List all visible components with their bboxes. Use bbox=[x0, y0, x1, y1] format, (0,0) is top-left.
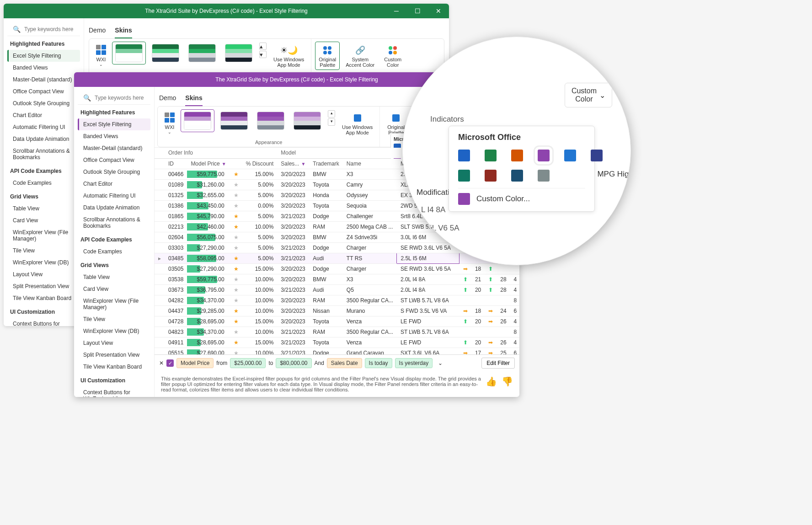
sidebar-item[interactable]: Chart Editor bbox=[7, 109, 80, 121]
custom-color-dropdown[interactable]: Custom Color ⌄ bbox=[565, 83, 612, 107]
clear-filter-button[interactable]: ✕ bbox=[159, 360, 164, 366]
sidebar-item[interactable]: Outlook Style Grouping bbox=[7, 97, 80, 109]
palette-swatch[interactable] bbox=[485, 170, 497, 182]
sidebar-item[interactable]: Table View bbox=[78, 271, 150, 283]
sidebar-item[interactable]: Tile View Kanban Board bbox=[7, 292, 80, 304]
search-input[interactable] bbox=[95, 95, 155, 101]
sidebar-item[interactable]: WinExplorer View (File Manager) bbox=[7, 226, 80, 245]
col-group-model[interactable]: Model bbox=[277, 148, 397, 158]
minimize-button[interactable]: ─ bbox=[386, 4, 407, 18]
sidebar-item[interactable]: WinExplorer View (DB) bbox=[78, 325, 150, 337]
theme-more-up[interactable]: ▴ bbox=[328, 110, 335, 118]
theme-swatch-1[interactable] bbox=[181, 109, 214, 132]
table-row[interactable]: 04911$28,695.00★15.00%3/21/2023ToyotaVen… bbox=[155, 337, 519, 348]
wxi-skin-button[interactable]: WXI⌄ bbox=[93, 42, 109, 70]
sidebar-item[interactable]: Card View bbox=[78, 283, 150, 295]
filter-icon[interactable]: ▼ bbox=[222, 161, 226, 166]
sidebar-item[interactable]: Scrollbar Annotations & Bookmarks bbox=[7, 145, 80, 163]
table-row[interactable]: 03673$36,795.00★10.00%3/21/2023AudiQ52.0… bbox=[155, 284, 519, 295]
windows-app-mode-button[interactable]: ☀🌙 Use Windows App Mode bbox=[270, 42, 307, 70]
tab-demo[interactable]: Demo bbox=[89, 22, 106, 38]
titlebar[interactable]: The XtraGrid Suite by DevExpress (C# cod… bbox=[4, 4, 449, 18]
custom-color-row[interactable]: Custom Color... bbox=[458, 188, 585, 205]
sidebar-item[interactable]: Split Presentation View bbox=[78, 349, 150, 361]
theme-swatch-2[interactable] bbox=[217, 109, 251, 132]
table-row[interactable]: 04823$34,370.00★10.00%3/21/2023RAM3500 R… bbox=[155, 327, 519, 337]
filter-value-2[interactable]: $80,000.00 bbox=[276, 358, 311, 368]
filter-today[interactable]: Is today bbox=[365, 358, 392, 368]
sidebar-item[interactable]: Code Examples bbox=[7, 177, 80, 189]
col-name[interactable]: Name bbox=[343, 158, 397, 169]
sidebar-item[interactable]: Card View bbox=[7, 214, 80, 226]
sidebar-item[interactable]: Data Update Animation bbox=[78, 202, 150, 214]
sidebar-item[interactable]: Tile View Kanban Board bbox=[78, 361, 150, 373]
sidebar-item[interactable]: Excel Style Filtering bbox=[7, 50, 80, 62]
sidebar-item[interactable]: Banded Views bbox=[7, 62, 80, 74]
col-price[interactable]: Model Price▼ bbox=[187, 158, 230, 169]
table-row[interactable]: 03505$27,290.00★15.00%3/20/2023DodgeChar… bbox=[155, 263, 519, 274]
sidebar-item[interactable]: Layout View bbox=[7, 268, 80, 280]
sidebar-item[interactable]: Tile View bbox=[78, 313, 150, 325]
windows-app-mode-button[interactable]: Use Windows App Mode bbox=[339, 109, 376, 138]
filter-enabled-checkbox[interactable]: ✓ bbox=[166, 359, 174, 367]
filter-field-1[interactable]: Model Price bbox=[176, 358, 214, 368]
sidebar-item[interactable]: Office Compact View bbox=[7, 86, 80, 97]
palette-swatch[interactable] bbox=[458, 170, 470, 182]
sidebar-item[interactable]: Tile View bbox=[7, 245, 80, 257]
sidebar-item[interactable]: Outlook Style Grouping bbox=[78, 166, 150, 178]
theme-more-up[interactable]: ▴ bbox=[259, 43, 267, 50]
col-sales[interactable]: Sales...▼ bbox=[277, 158, 309, 169]
sidebar-item[interactable]: Office Compact View bbox=[78, 154, 150, 166]
sidebar-item[interactable]: WinExplorer View (File Manager) bbox=[78, 295, 150, 313]
col-group-order[interactable]: Order Info bbox=[165, 148, 277, 158]
table-row[interactable]: ▸03485$58,095.00★5.00%3/21/2023AudiTT RS… bbox=[155, 253, 519, 263]
sidebar-item[interactable]: Master-Detail (standard) bbox=[7, 74, 80, 86]
tab-demo[interactable]: Demo bbox=[159, 90, 176, 106]
sidebar-item[interactable]: Automatic Filtering UI bbox=[7, 121, 80, 133]
edit-filter-button[interactable]: Edit Filter bbox=[481, 358, 515, 369]
sidebar-item[interactable]: Table View bbox=[7, 203, 80, 214]
palette-swatch[interactable] bbox=[564, 150, 576, 161]
theme-swatch-2[interactable] bbox=[149, 42, 182, 64]
filter-value-1[interactable]: $25,000.00 bbox=[230, 358, 266, 368]
tab-skins[interactable]: Skins bbox=[115, 22, 132, 38]
filter-expand-icon[interactable]: ⌄ bbox=[435, 360, 445, 366]
col-id[interactable]: ID bbox=[165, 158, 187, 169]
table-row[interactable]: 03538$59,775.00★10.00%3/20/2023BMWX32.0L… bbox=[155, 274, 519, 284]
sidebar-item[interactable]: Split Presentation View bbox=[7, 280, 80, 292]
filter-yesterday[interactable]: Is yesterday bbox=[395, 358, 433, 368]
palette-swatch[interactable] bbox=[538, 170, 550, 182]
sidebar-item[interactable]: Excel Style Filtering bbox=[78, 118, 150, 130]
sidebar-item[interactable]: WinExplorer View (DB) bbox=[7, 257, 80, 268]
sidebar-item[interactable]: Banded Views bbox=[78, 130, 150, 142]
table-row[interactable]: 04437$29,285.00★10.00%3/20/2023NissanMur… bbox=[155, 305, 519, 316]
maximize-button[interactable]: ☐ bbox=[407, 4, 428, 18]
sidebar-item[interactable]: Scrollbar Annotations & Bookmarks bbox=[78, 214, 150, 232]
col-discount[interactable]: % Discount bbox=[242, 158, 278, 169]
theme-swatch-3[interactable] bbox=[254, 109, 288, 132]
theme-swatch-4[interactable] bbox=[290, 109, 324, 132]
theme-swatch-1[interactable] bbox=[112, 42, 146, 64]
sidebar-item[interactable]: Master-Detail (standard) bbox=[78, 142, 150, 154]
palette-swatch[interactable] bbox=[485, 150, 497, 161]
table-row[interactable]: 04728$28,695.00★15.00%3/20/2023ToyotaVen… bbox=[155, 316, 519, 327]
palette-swatch[interactable] bbox=[458, 150, 470, 161]
palette-swatch[interactable] bbox=[511, 170, 523, 182]
sidebar-item[interactable]: Automatic Filtering UI bbox=[78, 190, 150, 202]
theme-more-down[interactable]: ▾ bbox=[259, 51, 267, 58]
close-button[interactable]: ✕ bbox=[428, 4, 449, 18]
sidebar-item[interactable]: Context Buttons for WinExplorerView bbox=[7, 318, 80, 326]
filter-icon[interactable]: ▼ bbox=[301, 161, 305, 166]
system-accent-button[interactable]: 🔗System Accent Color bbox=[342, 42, 378, 70]
thumbs-down-icon[interactable]: 👎 bbox=[502, 376, 513, 387]
filter-field-2[interactable]: Sales Date bbox=[327, 358, 362, 368]
palette-swatch[interactable] bbox=[538, 150, 550, 161]
sidebar-item[interactable]: Context Buttons for WinExplorerView bbox=[78, 386, 150, 397]
table-row[interactable]: 05515$27,690.00★10.00%3/21/2023DodgeGran… bbox=[155, 348, 519, 354]
sidebar-item[interactable]: Code Examples bbox=[78, 246, 150, 257]
theme-more-down[interactable]: ▾ bbox=[328, 118, 335, 126]
wxi-skin-button[interactable]: WXI⌄ bbox=[161, 109, 178, 138]
sidebar-item[interactable]: Layout View bbox=[78, 337, 150, 349]
sidebar-item[interactable]: Data Update Animation bbox=[7, 133, 80, 145]
theme-swatch-3[interactable] bbox=[185, 42, 219, 64]
